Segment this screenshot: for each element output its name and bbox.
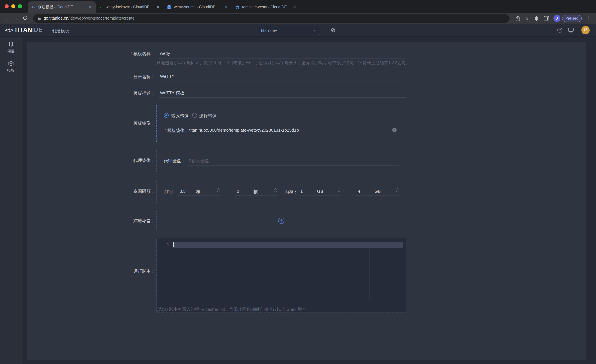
sidebar-item-templates[interactable]: 模板	[0, 56, 22, 75]
script-code-editor[interactable]: 1	[157, 238, 406, 313]
app-logo[interactable]: <t> TITAN IDE	[5, 27, 43, 34]
resources-label: 资源限额：	[72, 189, 155, 195]
close-tab-icon[interactable]: ✕	[292, 5, 297, 9]
env-vars-group	[156, 210, 406, 231]
resources-group: CPU： 0.5 核 — 2 核	[156, 180, 406, 204]
maximize-window-button[interactable]	[18, 4, 22, 8]
cpu-max-value: 2	[237, 189, 239, 194]
cpu-max-stepper[interactable]: 2 核	[235, 187, 278, 196]
cpu-min-stepper[interactable]: 0.5 核	[178, 187, 221, 196]
image-url-value: titan.hub:5000/demo/template-wetty:v2023…	[189, 128, 299, 133]
radio-select-image-label[interactable]: 选择镜像	[199, 113, 216, 119]
required-asterisk: *	[165, 128, 166, 133]
display-name-input[interactable]: WeTTY	[159, 73, 406, 81]
run-script-hint: (选填) 脚本将写入路径 ~/.cache/.init，当工作区启动时自动运行以…	[156, 306, 306, 313]
url-path: /ide/web/workspace/template/create	[68, 16, 135, 21]
stepper-arrows-icon[interactable]	[217, 188, 220, 192]
window-controls	[5, 4, 22, 8]
template-name-input[interactable]: wetty	[159, 50, 406, 58]
clear-input-icon[interactable]	[392, 128, 397, 134]
stepper-arrows-icon[interactable]	[396, 188, 399, 192]
env-vars-label: 环境变量：	[72, 218, 155, 224]
titanide-favicon: <t>	[30, 5, 36, 9]
range-dash: —	[223, 189, 232, 194]
new-tab-button[interactable]: +	[303, 5, 307, 10]
memory-min-stepper[interactable]: 1 GB	[299, 187, 341, 196]
swirl-favicon	[167, 5, 172, 9]
column-ruler	[369, 248, 370, 299]
app-header: <t> TITAN IDE 创建模板 titan-dev ? 邓	[0, 24, 596, 36]
bookmark-star-icon[interactable]: ☆	[525, 15, 529, 21]
memory-min-value: 1	[300, 189, 303, 194]
help-icon[interactable]: ?	[557, 28, 562, 33]
sidebar-item-projects[interactable]: 项目	[0, 36, 22, 56]
logo-primary: TITAN	[14, 27, 32, 34]
user-avatar[interactable]: 邓	[581, 26, 590, 34]
browser-toolbar: ← → go.titanide.cn/ide/web/workspace/tem…	[0, 13, 596, 24]
radio-input-image[interactable]	[164, 113, 169, 118]
image-url-input[interactable]: titan.hub:5000/demo/template-wetty:v2023…	[189, 126, 399, 135]
range-dash: —	[345, 189, 354, 194]
required-asterisk: *	[131, 51, 132, 56]
environment-select[interactable]: titan-dev	[258, 26, 320, 35]
logo-secondary: IDE	[32, 27, 43, 34]
tab-wetty-source[interactable]: wetty-source - CloudIDE ✕	[164, 1, 232, 13]
add-env-var-button[interactable]	[278, 217, 285, 224]
side-panel-icon[interactable]	[544, 16, 549, 21]
url-domain: go.titanide.cn	[44, 16, 68, 21]
minimize-window-button[interactable]	[11, 4, 15, 8]
chevron-down-icon	[314, 29, 317, 31]
stepper-arrows-icon[interactable]	[274, 188, 277, 192]
close-tab-icon[interactable]: ✕	[88, 5, 93, 9]
address-bar[interactable]: go.titanide.cn/ide/web/workspace/templat…	[33, 14, 509, 22]
reload-button[interactable]	[21, 15, 29, 22]
page-title: 创建模板	[52, 28, 69, 34]
template-name-hint: 只能包含小写字母[a-z]、数字[0-9]、点[.]与破折号[-]，必须以小写字…	[156, 60, 410, 66]
forward-button[interactable]: →	[12, 15, 21, 21]
proxy-image-input[interactable]: 请输入镜像	[186, 157, 399, 166]
proxy-field-label: 代理镜像：	[164, 158, 185, 164]
line-number: 1	[157, 242, 169, 247]
share-icon[interactable]	[515, 15, 520, 21]
proxy-image-placeholder: 请输入镜像	[187, 158, 209, 164]
browser-window: <t> 创建模板 - CloudIDE ✕ >_ wetty-lackavtx …	[0, 0, 596, 364]
back-button[interactable]: ←	[3, 15, 12, 21]
settings-gear-icon[interactable]	[331, 28, 336, 34]
browser-profile[interactable]: J Paused	[553, 15, 582, 22]
lock-icon[interactable]	[37, 16, 41, 21]
template-image-group: 输入镜像 选择镜像 *模板镜像： titan.hub:5000/demo/tem…	[156, 104, 406, 142]
paused-badge[interactable]: Paused	[562, 15, 582, 22]
tab-strip: <t> 创建模板 - CloudIDE ✕ >_ wetty-lackavtx …	[0, 0, 596, 13]
feedback-screen-icon[interactable]	[568, 28, 574, 34]
proxy-image-label: 代理镜像：	[72, 158, 155, 164]
close-tab-icon[interactable]: ✕	[155, 5, 161, 9]
close-window-button[interactable]	[5, 4, 9, 8]
text-caret	[173, 242, 174, 247]
browser-menu-icon[interactable]: ⋮	[586, 15, 591, 21]
terminal-favicon: >_	[98, 5, 104, 9]
cpu-label: CPU：	[164, 189, 177, 195]
tab-title: wetty-source - CloudIDE	[174, 5, 224, 9]
memory-max-value: 4	[358, 189, 360, 194]
description-input[interactable]: WeTTY 模板	[159, 89, 406, 98]
memory-max-unit: GB	[374, 189, 381, 194]
tab-template-wetty[interactable]: template-wetty - CloudIDE ✕	[232, 1, 300, 13]
stepper-arrows-icon[interactable]	[338, 188, 341, 192]
memory-label: 内存：	[285, 189, 298, 195]
memory-max-stepper[interactable]: 4 GB	[356, 187, 399, 196]
memory-min-unit: GB	[317, 189, 323, 194]
cube-icon	[8, 60, 14, 66]
close-tab-icon[interactable]: ✕	[224, 5, 229, 9]
radio-select-image[interactable]	[192, 113, 197, 118]
extensions-puzzle-icon[interactable]	[534, 16, 539, 21]
create-template-form: *模板名称： wetty 只能包含小写字母[a-z]、数字[0-9]、点[.]与…	[27, 42, 586, 360]
active-line-highlight	[173, 242, 403, 248]
display-name-value: WeTTY	[160, 74, 175, 79]
profile-avatar[interactable]: J	[553, 15, 560, 22]
tab-create-template[interactable]: <t> 创建模板 - CloudIDE ✕	[28, 1, 96, 13]
cpu-max-unit: 核	[253, 189, 258, 195]
layers-icon	[8, 41, 14, 47]
tab-wetty-lackavtx[interactable]: >_ wetty-lackavtx - CloudIDE ✕	[96, 1, 164, 13]
sidebar: 项目 模板	[0, 36, 22, 364]
radio-input-image-label[interactable]: 输入镜像	[171, 113, 189, 119]
